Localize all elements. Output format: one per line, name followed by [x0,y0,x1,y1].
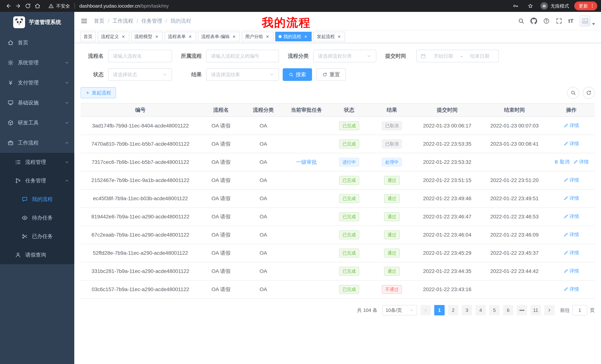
action-详情[interactable]: 详情 [563,286,579,292]
tab-首页[interactable]: 首页 [80,32,96,41]
table-row: 331bc281-7b9a-11ec-a290-acde48001122OA 请… [80,262,595,280]
breadcrumb-item[interactable]: 首页 [94,18,104,25]
submit-time-range[interactable]: 开始日期 - 结束日期 [416,50,499,62]
sidebar-item-home[interactable]: 首页 [0,33,74,53]
actions-cell: 详情 [548,117,595,135]
action-详情[interactable]: 详情 [563,249,579,256]
back-icon[interactable] [4,1,13,11]
status-select[interactable]: 请选择状态 [108,68,172,81]
action-详情[interactable]: 详情 [563,122,579,129]
submit-time-cell: 2022-01-22 23:43:16 [413,280,481,298]
result-select[interactable]: 请选择流结果 [206,68,279,81]
submit-time-cell: 2022-01-22 23:53:35 [413,135,481,153]
app-logo[interactable]: 芋道管理系统 [0,12,74,33]
process-name-cell: OA 请假 [200,189,242,208]
tab-我的流程[interactable]: 我的流程× [275,32,312,41]
pagination-ellipsis[interactable]: ••• [517,305,527,315]
filter-label-status: 状态 [86,71,104,78]
next-page-button[interactable] [544,305,555,315]
goto-page-input[interactable] [572,305,587,315]
result-badge: 处理中 [382,158,402,167]
hamburger-icon[interactable] [80,17,88,25]
sidebar-item-process-mgmt[interactable]: 流程管理 [0,153,74,172]
page-button-5[interactable]: 5 [489,305,500,315]
page-button-11[interactable]: 11 [531,305,541,315]
github-icon[interactable] [531,18,537,24]
password-key-icon[interactable] [511,1,521,11]
sidebar-item-system[interactable]: 系统管理 [0,53,74,73]
page-button-1[interactable]: 1 [434,305,445,315]
chevron-left-icon [423,308,428,313]
home-icon[interactable] [33,1,42,11]
toggle-search-button[interactable] [567,87,579,99]
sidebar-item-task-mgmt[interactable]: 任务管理 [0,172,74,190]
sidebar-item-payment[interactable]: ¥支付管理 [0,73,74,93]
action-详情[interactable]: 详情 [573,159,589,165]
task-link[interactable]: 一级审批 [296,159,317,165]
help-icon[interactable] [543,18,550,24]
forward-icon[interactable] [13,1,23,11]
action-详情[interactable]: 详情 [563,140,579,147]
sidebar: 芋道管理系统 首页系统管理¥支付管理基础设施研发工具工作流程流程管理任务管理我的… [0,12,74,364]
process-def-input[interactable] [206,50,279,62]
page-button-4[interactable]: 4 [475,305,486,315]
tab-发起流程[interactable]: 发起流程× [313,32,345,41]
search-icon[interactable] [518,18,524,24]
action-label: 详情 [570,213,579,220]
current-task-cell [285,171,328,189]
reset-button[interactable]: 重置 [316,68,346,81]
sidebar-item-todo-tasks[interactable]: 待办任务 [0,209,74,227]
bookmark-star-icon[interactable] [526,1,535,11]
sidebar-item-workflow[interactable]: 工作流程 [0,133,74,153]
sidebar-item-devtools[interactable]: 研发工具 [0,113,74,133]
sidebar-item-my-process[interactable]: 我的流程 [0,190,74,209]
tab-流程表单[interactable]: 流程表单× [165,32,196,41]
page-size-select[interactable]: 10条/页 [382,305,417,315]
action-详情[interactable]: 详情 [563,213,579,220]
refresh-table-button[interactable] [583,87,595,99]
sidebar-item-leave-query[interactable]: 请假查询 [0,246,74,264]
fullscreen-icon[interactable] [556,18,562,24]
breadcrumb-item[interactable]: 工作流程 [112,18,133,25]
page: 不安全 dashboard.yudao.iocoder.cn/bpm/task/… [0,0,601,364]
tab-流程定义[interactable]: 流程定义× [98,32,129,41]
category-select[interactable]: 请选择流程分类 [313,50,376,62]
close-icon[interactable]: × [154,34,159,39]
process-name-input[interactable] [108,50,172,62]
close-icon[interactable]: × [188,34,193,39]
close-icon[interactable]: × [303,34,308,39]
action-详情[interactable]: 详情 [563,177,579,183]
tab-流程模型[interactable]: 流程模型× [131,32,163,41]
search-button[interactable]: 搜索 [283,68,312,81]
reload-icon[interactable] [23,1,33,11]
table-header-row: 编号流程名流程分类当前审批任务状态结果提交时间结束时间操作 [80,103,595,117]
yen-icon: ¥ [7,80,14,86]
close-icon[interactable]: × [121,34,126,39]
font-size-icon[interactable]: tT [568,18,573,24]
sidebar-item-infra[interactable]: 基础设施 [0,93,74,113]
action-详情[interactable]: 详情 [563,268,579,274]
tab-用户分组[interactable]: 用户分组× [242,32,273,41]
address-bar[interactable]: dashboard.yudao.iocoder.cn/bpm/task/my [79,3,169,9]
close-icon[interactable]: × [265,34,270,39]
prev-page-button[interactable] [421,305,431,315]
user-avatar[interactable] [580,15,595,27]
close-icon[interactable]: × [337,34,342,39]
create-process-button[interactable]: 发起流程 [80,87,116,98]
page-button-2[interactable]: 2 [448,305,458,315]
page-button-3[interactable]: 3 [462,305,472,315]
end-time-cell: 2022-01-22 23:46:53 [481,208,548,226]
update-button[interactable]: 更新 [574,1,597,10]
breadcrumb-item[interactable]: 任务管理 [141,18,162,25]
tab-流程表单-编辑[interactable]: 流程表单-编辑× [198,32,240,41]
page-button-6[interactable]: 6 [503,305,513,315]
sidebar-item-done-tasks[interactable]: 已办任务 [0,227,74,246]
status-badge: 已完成 [339,194,359,203]
action-详情[interactable]: 详情 [563,231,579,238]
action-详情[interactable]: 详情 [563,195,579,201]
caret-down-icon [592,23,595,25]
security-chip[interactable]: 不安全 [48,3,70,9]
close-icon[interactable]: × [231,34,237,39]
sidebar-menu: 首页系统管理¥支付管理基础设施研发工具工作流程流程管理任务管理我的流程待办任务已… [0,33,74,364]
action-取消[interactable]: 取消 [554,159,570,165]
